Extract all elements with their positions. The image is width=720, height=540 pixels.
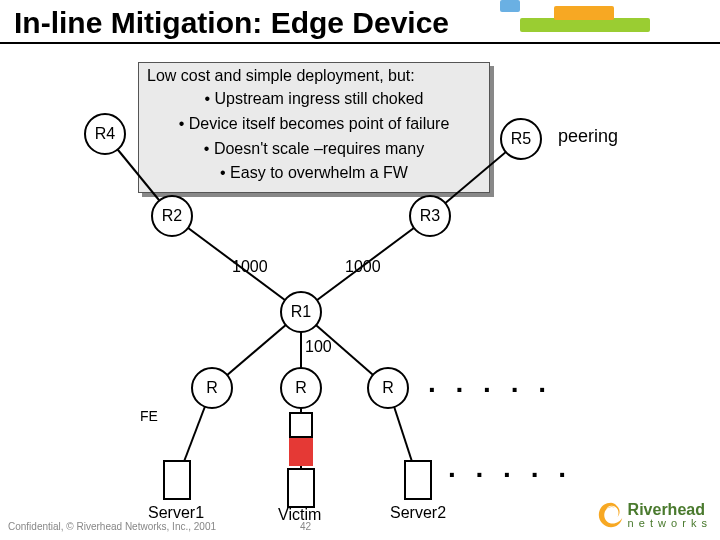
router-r3: R3 bbox=[409, 195, 451, 237]
edge-router-c: R bbox=[367, 367, 409, 409]
server1-icon bbox=[163, 460, 191, 500]
edge-router-a: R bbox=[191, 367, 233, 409]
bw-1000-a: 1000 bbox=[232, 258, 268, 276]
victim-icon bbox=[287, 468, 315, 508]
router-r2: R2 bbox=[151, 195, 193, 237]
router-r4: R4 bbox=[84, 113, 126, 155]
server1-label: Server1 bbox=[148, 504, 204, 522]
peering-label: peering bbox=[558, 126, 618, 147]
victim-label: Victim bbox=[278, 506, 321, 524]
edge-router-b: R bbox=[280, 367, 322, 409]
firewall-box bbox=[289, 412, 313, 438]
bw-100: 100 bbox=[305, 338, 332, 356]
bw-1000-b: 1000 bbox=[345, 258, 381, 276]
server2-icon bbox=[404, 460, 432, 500]
router-r1: R1 bbox=[280, 291, 322, 333]
router-r5: R5 bbox=[500, 118, 542, 160]
server2-label: Server2 bbox=[390, 504, 446, 522]
